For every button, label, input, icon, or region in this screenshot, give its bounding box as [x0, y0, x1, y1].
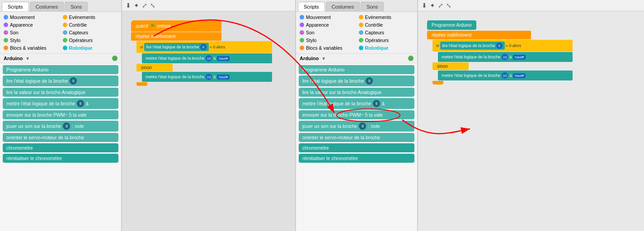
block-jouer-left[interactable]: jouer un son sur la broche 9 : note — [3, 121, 118, 132]
cat-dot-operateurs-r — [359, 38, 363, 42]
block-orienter-left[interactable]: orienter le servo-moteur de la broche — [3, 133, 118, 142]
cat-son-r[interactable]: Son — [298, 29, 357, 36]
block-lire-valeur-left[interactable]: lire la valeur sur la broche Analogique — [3, 88, 118, 97]
cat-label-blocs-r: Blocs & variables — [306, 45, 343, 51]
block-programme-arduino-left[interactable]: Programme Arduino — [3, 65, 118, 74]
cat-robotique-r[interactable]: Robotique — [357, 44, 416, 52]
block-envoyer-right[interactable]: envoyer sur la broche PWM~ 5 la vale — [299, 110, 414, 119]
cat-son[interactable]: Son — [2, 29, 61, 36]
cat-dot-apparence — [4, 23, 8, 27]
block-reinit-right[interactable]: réinitialiser le chronomètre — [299, 154, 414, 163]
cat-dot-evenements-r — [359, 15, 363, 19]
cat-apparence[interactable]: Apparence — [2, 21, 61, 28]
cat-label-son: Son — [10, 30, 19, 35]
arduino-dropdown-left[interactable]: ▼ — [25, 56, 30, 61]
arduino-dropdown-right[interactable]: ▼ — [321, 56, 326, 61]
cat-apparence-r[interactable]: Apparence — [298, 21, 357, 28]
cat-blocs[interactable]: Blocs & variables — [2, 44, 61, 52]
cat-mouvement[interactable]: Mouvement — [2, 14, 61, 21]
then-action-r[interactable]: mettre l'état logique de la broche 10 à … — [438, 52, 573, 62]
cat-label-mouvement: Mouvement — [10, 14, 35, 20]
expand-icon-right[interactable]: ⤢ — [438, 2, 443, 9]
block-envoyer-left[interactable]: envoyer sur la broche PWM~ 5 la vale — [3, 110, 118, 119]
end-cap — [136, 82, 147, 86]
arduino-connected-left — [112, 56, 118, 61]
badge-9-1: 9 — [70, 77, 77, 85]
else-action[interactable]: mettre l'état logique de la broche 10 à … — [142, 72, 272, 82]
cat-dot-blocs-r — [300, 46, 304, 50]
repeat-block[interactable]: répéter indéfiniment — [131, 32, 221, 41]
cat-evenements-r[interactable]: Evènements — [357, 14, 416, 21]
download-icon-left[interactable]: ⬇ — [126, 2, 131, 9]
block-jouer-right[interactable]: jouer un son sur la broche 9 : note — [299, 121, 414, 132]
canvas1-container: ⬇ ✦ ⤢ ⤡ quand ⚑ pressé répéter indéfinim… — [122, 0, 296, 231]
cat-stylo-r[interactable]: Stylo — [298, 37, 357, 44]
else-action-r[interactable]: mettre l'état logique de la broche 10 à … — [438, 71, 573, 80]
cat-dot-stylo — [4, 38, 8, 42]
block-lire-etat-left[interactable]: lire l'état logique de la broche 9 — [3, 75, 118, 86]
cat-capteurs-r[interactable]: Capteurs — [357, 29, 416, 36]
cat-dot-evenements — [63, 15, 67, 19]
cat-label-apparence: Apparence — [10, 22, 33, 28]
cat-dot-controle — [63, 23, 67, 27]
block-orienter-right[interactable]: orienter le servo-moteur de la broche — [299, 133, 414, 142]
tab-sons-right[interactable]: Sons — [361, 2, 384, 11]
cat-controle[interactable]: Contrôle — [61, 21, 120, 28]
prog-arduino-block[interactable]: Programme Arduino — [427, 20, 476, 30]
add-icon-right[interactable]: ✦ — [430, 2, 435, 9]
tab-costumes-left[interactable]: Costumes — [30, 2, 64, 11]
cat-evenements[interactable]: Evènements — [61, 14, 120, 21]
canvas2: Programme Arduino répéter indéfiniment s… — [418, 11, 644, 231]
tab-costumes-right[interactable]: Costumes — [326, 2, 360, 11]
tab-sons-left[interactable]: Sons — [65, 2, 88, 11]
end-cap-r — [432, 81, 443, 85]
tab-scripts-left[interactable]: Scripts — [2, 2, 29, 11]
block-mettre-etat-right[interactable]: mettre l'état logique de la broche 9 à — [299, 98, 414, 109]
cat-label-robotique-r: Robotique — [365, 45, 389, 51]
cat-capteurs[interactable]: Capteurs — [61, 29, 120, 36]
cat-controle-r[interactable]: Contrôle — [357, 21, 416, 28]
block-chrono-left[interactable]: chronomètre — [3, 143, 118, 152]
cat-dot-robotique-r — [359, 46, 363, 50]
alors-label-r: alors — [512, 43, 522, 48]
cat-robotique[interactable]: Robotique — [61, 44, 120, 52]
then-action[interactable]: mettre l'état logique de la broche 10 à … — [142, 53, 272, 63]
sinon-block: sinon — [136, 64, 173, 71]
block-lire-valeur-right[interactable]: lire la valeur sur la broche Analogique — [299, 88, 414, 97]
tab-scripts-right[interactable]: Scripts — [298, 2, 325, 11]
script-canvas2: Programme Arduino répéter indéfiniment s… — [427, 20, 573, 85]
cat-stylo[interactable]: Stylo — [2, 37, 61, 44]
cat-label-stylo: Stylo — [10, 38, 20, 43]
cat-label-apparence-r: Apparence — [306, 22, 329, 28]
block-lire-etat-right[interactable]: lire l'état logique de la broche 9 — [299, 75, 414, 86]
hat-label: quand — [136, 24, 148, 28]
expand-icon-left[interactable]: ⤢ — [142, 2, 147, 9]
hat-block[interactable]: quand ⚑ pressé — [131, 20, 221, 32]
si-label-r: si — [436, 43, 439, 48]
cat-blocs-r[interactable]: Blocs & variables — [298, 44, 357, 52]
compress-icon-left[interactable]: ⤡ — [150, 2, 155, 9]
cat-dot-mouvement — [4, 15, 8, 19]
if-block[interactable]: si lire l'état logique de la broche 9 = … — [136, 41, 272, 53]
cat-operateurs[interactable]: Opérateurs — [61, 37, 120, 44]
block-chrono-right[interactable]: chronomètre — [299, 143, 414, 152]
sinon-block-r: sinon — [432, 62, 469, 70]
cat-label-stylo-r: Stylo — [306, 38, 316, 43]
block-reinit-left[interactable]: réinitialiser le chronomètre — [3, 154, 118, 163]
compress-icon-right[interactable]: ⤡ — [446, 2, 451, 9]
condition-block-r: lire l'état logique de la broche 9 — [440, 42, 505, 50]
arduino-connected-right — [408, 56, 414, 61]
cat-label-robotique: Robotique — [69, 45, 93, 51]
block-programme-arduino-right[interactable]: Programme Arduino — [299, 65, 414, 74]
mid-panel: Scripts Costumes Sons Mouvement Evènemen… — [296, 0, 418, 231]
add-icon-left[interactable]: ✦ — [134, 2, 139, 9]
download-icon-right[interactable]: ⬇ — [422, 2, 427, 9]
cat-mouvement-r[interactable]: Mouvement — [298, 14, 357, 21]
block-mettre-etat-left[interactable]: mettre l'état logique de la broche 9 à — [3, 98, 118, 109]
category-grid-right: Mouvement Evènements Apparence Contrôle … — [296, 12, 417, 53]
if-block-r[interactable]: si lire l'état logique de la broche 9 = … — [432, 40, 573, 52]
cat-operateurs-r[interactable]: Opérateurs — [357, 37, 416, 44]
repeat-block-r[interactable]: répéter indéfiniment — [427, 31, 531, 39]
left-tabs: Scripts Costumes Sons — [0, 0, 121, 12]
cat-label-operateurs-r: Opérateurs — [365, 38, 389, 43]
